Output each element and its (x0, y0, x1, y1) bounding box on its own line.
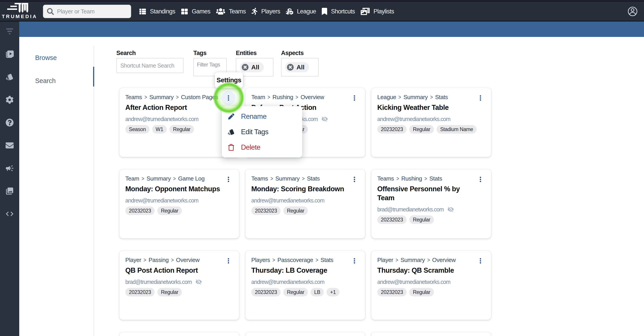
breadcrumb-chevron-icon: > (424, 175, 427, 182)
card-kebab-button[interactable] (473, 254, 488, 268)
tag-chip: 20232023 (377, 125, 406, 134)
rail-video-library-icon[interactable] (5, 50, 14, 58)
nav-item-teams[interactable]: Teams (216, 8, 246, 15)
card-kebab-button[interactable] (221, 91, 236, 105)
shortcut-card[interactable]: Team>Summary>Game Log Monday: Opponent M… (119, 169, 239, 238)
kebab-dot (354, 177, 355, 178)
breadcrumb-segment: Custom Pages (181, 94, 218, 100)
kebab-dot (480, 262, 481, 264)
breadcrumb-segment: Overview (176, 256, 200, 263)
card-owner-email: brad@trumedianetworks.com (377, 206, 444, 213)
card-title: Offensive Personnel % by Team (377, 184, 476, 202)
breadcrumb-segment: Stats (307, 175, 320, 182)
card-kebab-button[interactable] (347, 172, 362, 186)
tag-chip: Regular (170, 125, 194, 134)
kebab-dot (228, 99, 229, 101)
breadcrumb-segment: Summary (400, 256, 425, 263)
filter-group-entities: Entities All (236, 50, 281, 76)
kebab-dot (228, 260, 229, 262)
kebab-dot (354, 95, 355, 97)
rail-mail-icon[interactable] (5, 141, 14, 150)
card-tags-row: 20232023RegularLB+1 (251, 288, 360, 296)
rail-code-icon[interactable] (5, 210, 14, 218)
breadcrumb-segment: Players (251, 256, 270, 263)
kebab-dot (354, 262, 355, 264)
trumedia-wordmark: TRUMEDIA (2, 14, 37, 20)
rail-megaphone-icon[interactable] (5, 164, 14, 173)
rail-gear-icon[interactable] (5, 95, 14, 104)
shortcut-card[interactable]: Teams>Rushing>Stats Offensive Personnel … (371, 169, 491, 238)
entities-all-pill[interactable]: All (240, 62, 264, 72)
card-kebab-button[interactable] (347, 254, 362, 268)
hidden-eye-slash-icon (321, 116, 329, 122)
rail-filter-icon[interactable] (5, 27, 14, 36)
shortcut-card[interactable]: Teams>Summary>Custom Pages After Action … (119, 88, 239, 157)
aspects-all-pill[interactable]: All (285, 62, 309, 72)
sidebar-active-indicator (93, 67, 94, 86)
kebab-dot (354, 97, 355, 99)
top-navbar: TRUMEDIA StandingsGamesTeamsPlayersLeagu… (0, 1, 644, 22)
tag-chip: 20232023 (377, 216, 406, 224)
shortcut-card-partial[interactable] (119, 332, 239, 336)
kebab-dot (228, 181, 229, 182)
user-account-button[interactable] (628, 6, 638, 16)
search-icon (47, 8, 54, 15)
menu-item-rename[interactable]: Rename (222, 109, 302, 124)
global-search-box[interactable] (43, 5, 131, 18)
nav-item-players[interactable]: Players (252, 8, 280, 15)
tag-chip: 20232023 (251, 288, 280, 296)
shortcut-card[interactable]: Teams>Summary>Stats Monday: Scoring Brea… (245, 169, 365, 238)
kebab-dot (480, 99, 481, 101)
rail-question-icon[interactable] (5, 118, 14, 127)
breadcrumb-chevron-icon: > (398, 93, 401, 101)
card-kebab-button[interactable] (221, 254, 236, 268)
kebab-dot (228, 177, 229, 178)
shortcut-card-partial[interactable] (371, 332, 491, 336)
shortcut-card[interactable]: League>Summary>Stats Kicking Weather Tab… (371, 88, 491, 157)
nav-item-league[interactable]: League (286, 8, 316, 15)
card-kebab-button[interactable] (221, 172, 236, 186)
nav-item-shortcuts[interactable]: Shortcuts (322, 8, 355, 15)
kebab-dot (228, 179, 229, 180)
sidebar-divider (94, 46, 94, 336)
remove-entities-filter-icon[interactable] (242, 64, 248, 71)
rail-tags-icon[interactable] (5, 72, 14, 82)
nav-item-playlists[interactable]: Playlists (361, 8, 394, 15)
shortcut-card[interactable]: Players>Passcoverage>Stats Thursday: LB … (245, 250, 365, 320)
shortcut-card[interactable]: Player>Summary>Overview Thursday: QB Scr… (371, 250, 491, 320)
shortcut-card[interactable]: Player>Passing>Overview QB Post Action R… (119, 250, 239, 320)
breadcrumb-chevron-icon: > (144, 93, 147, 101)
rail-images-icon[interactable] (5, 186, 14, 196)
card-owner-row: andrew@trumedianetworks.com (377, 278, 486, 285)
card-title: Monday: Opponent Matchups (125, 184, 224, 194)
card-kebab-button[interactable] (347, 91, 362, 105)
tag-chip: Regular (157, 288, 182, 296)
nav-item-label: Standings (150, 8, 175, 15)
menu-item-label: Edit Tags (241, 128, 268, 136)
menu-item-edittags[interactable]: Edit Tags (222, 124, 302, 140)
nav-item-standings[interactable]: Standings (139, 8, 175, 15)
card-kebab-button[interactable] (473, 91, 488, 105)
users-icon (216, 8, 225, 15)
nav-item-games[interactable]: Games (181, 8, 210, 15)
kebab-dot (480, 258, 481, 260)
tag-chip: 20232023 (377, 288, 406, 296)
app-root: TRUMEDIA StandingsGamesTeamsPlayersLeagu… (0, 0, 644, 336)
card-tags-row: 20232023RegularStadium Name (377, 125, 486, 134)
shortcut-card-partial[interactable] (245, 332, 365, 336)
filter-label-tags: Tags (193, 50, 236, 56)
entities-pill-label: All (251, 64, 259, 71)
card-breadcrumb: Team>Rushing>Overview (251, 93, 346, 101)
sidebar-item-browse[interactable]: Browse (35, 54, 57, 62)
tag-chip: Season (125, 125, 150, 134)
menu-item-delete[interactable]: Delete (222, 140, 302, 155)
filter-label-search: Search (116, 50, 193, 56)
breadcrumb-segment: Player (125, 256, 141, 263)
browse-search-sidebar: Browse Search (19, 37, 94, 336)
card-kebab-button[interactable] (473, 172, 488, 186)
sidebar-item-search[interactable]: Search (35, 77, 56, 84)
global-search-input[interactable] (57, 8, 124, 15)
shortcut-name-search-input[interactable] (117, 58, 183, 73)
remove-aspects-filter-icon[interactable] (287, 64, 294, 71)
tag-chip: Regular (283, 206, 308, 215)
